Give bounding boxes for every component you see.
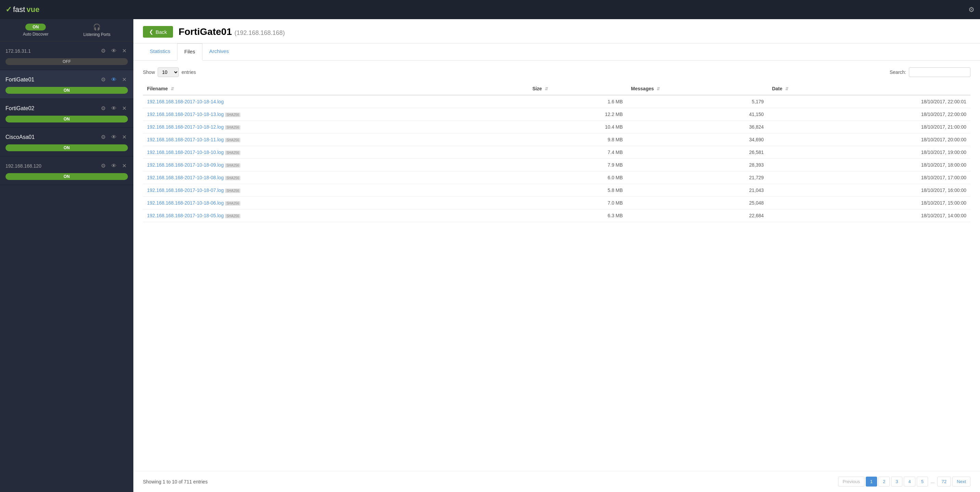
sidebar-item-fortigate02[interactable]: FortiGate02 ⚙ 👁 ✕ ON (0, 99, 134, 128)
sidebar-item-device-1[interactable]: 172.16.31.1 ⚙ 👁 ✕ OFF (0, 42, 134, 70)
cell-size-8: 7.0 MB (528, 197, 627, 209)
next-button[interactable]: Next (952, 477, 970, 487)
tab-files[interactable]: Files (177, 43, 202, 61)
file-link-0[interactable]: 192.168.168.168-2017-10-18-14.log (147, 99, 224, 104)
gear-icon-device-5[interactable]: ⚙ (100, 161, 107, 170)
page-btn-4[interactable]: 4 (904, 477, 915, 487)
col-size[interactable]: Size ⇵ (528, 83, 627, 95)
tab-archives[interactable]: Archives (202, 43, 236, 60)
device-name-1: 172.16.31.1 (5, 48, 31, 54)
page-ellipsis: ... (929, 477, 936, 486)
cell-messages-5: 28,393 (627, 159, 768, 171)
sha-badge-8: SHA256 (225, 201, 240, 206)
cell-filename-3: 192.168.168.168-2017-10-18-11.logSHA256 (143, 133, 528, 146)
cell-date-5: 18/10/2017, 18:00:00 (768, 159, 970, 171)
page-btn-3[interactable]: 3 (891, 477, 902, 487)
cell-messages-1: 41,150 (627, 108, 768, 121)
auto-discover-state[interactable]: ON (25, 24, 46, 30)
show-label: Show (143, 69, 155, 75)
gear-icon-device-1[interactable]: ⚙ (100, 46, 107, 56)
cell-messages-7: 21,043 (627, 184, 768, 197)
gear-icon-fortigate02[interactable]: ⚙ (100, 104, 107, 113)
close-icon-fortigate02[interactable]: ✕ (121, 104, 128, 113)
col-messages[interactable]: Messages ⇵ (627, 83, 768, 95)
cell-date-4: 18/10/2017, 19:00:00 (768, 146, 970, 159)
eye-icon-fortigate02[interactable]: 👁 (110, 104, 118, 113)
cell-filename-2: 192.168.168.168-2017-10-18-12.logSHA256 (143, 121, 528, 133)
search-input[interactable] (909, 67, 970, 77)
file-link-9[interactable]: 192.168.168.168-2017-10-18-05.log (147, 213, 224, 218)
file-link-3[interactable]: 192.168.168.168-2017-10-18-11.log (147, 137, 224, 142)
cell-size-6: 6.0 MB (528, 171, 627, 184)
page-btn-2[interactable]: 2 (878, 477, 890, 487)
page-btn-72[interactable]: 72 (937, 477, 951, 487)
content-area: ❮ Back FortiGate01 (192.168.168.168) Sta… (134, 19, 980, 492)
close-icon-ciscoasa01[interactable]: ✕ (121, 133, 128, 142)
file-link-1[interactable]: 192.168.168.168-2017-10-18-13.log (147, 112, 224, 117)
col-date[interactable]: Date ⇵ (768, 83, 970, 95)
file-link-7[interactable]: 192.168.168.168-2017-10-18-07.log (147, 187, 224, 193)
sha-badge-6: SHA256 (225, 176, 240, 180)
device-title-name: FortiGate01 (178, 26, 232, 37)
device-status-fortigate02[interactable]: ON (5, 116, 128, 123)
sha-badge-3: SHA256 (225, 138, 240, 142)
sort-icon-size: ⇵ (545, 86, 548, 91)
eye-icon-ciscoasa01[interactable]: 👁 (110, 133, 118, 142)
listening-ports-button[interactable]: 🎧 Listening Ports (83, 23, 110, 37)
back-chevron-icon: ❮ (149, 29, 154, 35)
cell-size-0: 1.6 MB (528, 95, 627, 108)
table-row: 192.168.168.168-2017-10-18-07.logSHA2565… (143, 184, 970, 197)
page-btn-5[interactable]: 5 (917, 477, 928, 487)
eye-icon-device-1[interactable]: 👁 (110, 46, 118, 56)
close-icon-device-5[interactable]: ✕ (121, 161, 128, 170)
eye-icon-fortigate01[interactable]: 👁 (110, 75, 118, 84)
sha-badge-9: SHA256 (225, 214, 240, 218)
files-table: Filename ⇵ Size ⇵ Messages ⇵ Date (143, 83, 970, 222)
close-icon-fortigate01[interactable]: ✕ (121, 75, 128, 84)
sort-icon-messages: ⇵ (657, 86, 660, 91)
file-link-8[interactable]: 192.168.168.168-2017-10-18-06.log (147, 200, 224, 206)
cell-date-7: 18/10/2017, 16:00:00 (768, 184, 970, 197)
sidebar-item-device-5[interactable]: 192.168.168.120 ⚙ 👁 ✕ ON (0, 157, 134, 185)
file-link-4[interactable]: 192.168.168.168-2017-10-18-10.log (147, 150, 224, 155)
auto-discover-toggle[interactable]: ON Auto Discover (23, 24, 49, 37)
gear-icon-ciscoasa01[interactable]: ⚙ (100, 133, 107, 142)
sidebar-item-ciscoasa01[interactable]: CiscoAsa01 ⚙ 👁 ✕ ON (0, 128, 134, 157)
cell-date-2: 18/10/2017, 21:00:00 (768, 121, 970, 133)
cell-size-9: 6.3 MB (528, 209, 627, 222)
file-link-6[interactable]: 192.168.168.168-2017-10-18-08.log (147, 175, 224, 180)
sha-badge-4: SHA256 (225, 150, 240, 155)
gear-icon-fortigate01[interactable]: ⚙ (100, 75, 107, 84)
device-status-fortigate01[interactable]: ON (5, 87, 128, 94)
cell-messages-0: 5,179 (627, 95, 768, 108)
device-name-5: 192.168.168.120 (5, 163, 41, 169)
table-row: 192.168.168.168-2017-10-18-12.logSHA2561… (143, 121, 970, 133)
cell-messages-6: 21,729 (627, 171, 768, 184)
eye-icon-device-5[interactable]: 👁 (110, 161, 118, 170)
device-status-1[interactable]: OFF (5, 58, 128, 65)
gear-icon[interactable]: ⚙ (968, 5, 975, 14)
sha-badge-7: SHA256 (225, 188, 240, 193)
cell-date-0: 18/10/2017, 22:00:01 (768, 95, 970, 108)
device-status-ciscoasa01[interactable]: ON (5, 144, 128, 151)
cell-filename-9: 192.168.168.168-2017-10-18-05.logSHA256 (143, 209, 528, 222)
page-btn-1[interactable]: 1 (866, 477, 877, 487)
close-icon-device-1[interactable]: ✕ (121, 46, 128, 56)
back-button[interactable]: ❮ Back (143, 26, 173, 38)
cell-size-1: 12.2 MB (528, 108, 627, 121)
brand-logo: ✓ fastvue (5, 5, 39, 14)
tab-statistics[interactable]: Statistics (143, 43, 177, 60)
cell-messages-2: 36,824 (627, 121, 768, 133)
sidebar: ON Auto Discover 🎧 Listening Ports 172.1… (0, 19, 134, 492)
entries-select[interactable]: 10 25 50 100 (158, 67, 179, 77)
device-name-fortigate01: FortiGate01 (5, 77, 34, 83)
cell-filename-8: 192.168.168.168-2017-10-18-06.logSHA256 (143, 197, 528, 209)
col-filename[interactable]: Filename ⇵ (143, 83, 528, 95)
sidebar-item-fortigate01[interactable]: FortiGate01 ⚙ 👁 ✕ ON (0, 70, 134, 99)
back-label: Back (156, 29, 167, 35)
previous-button[interactable]: Previous (838, 477, 864, 487)
file-link-5[interactable]: 192.168.168.168-2017-10-18-09.log (147, 162, 224, 168)
file-link-2[interactable]: 192.168.168.168-2017-10-18-12.log (147, 124, 224, 130)
listening-ports-label: Listening Ports (83, 32, 110, 37)
device-status-5[interactable]: ON (5, 173, 128, 180)
